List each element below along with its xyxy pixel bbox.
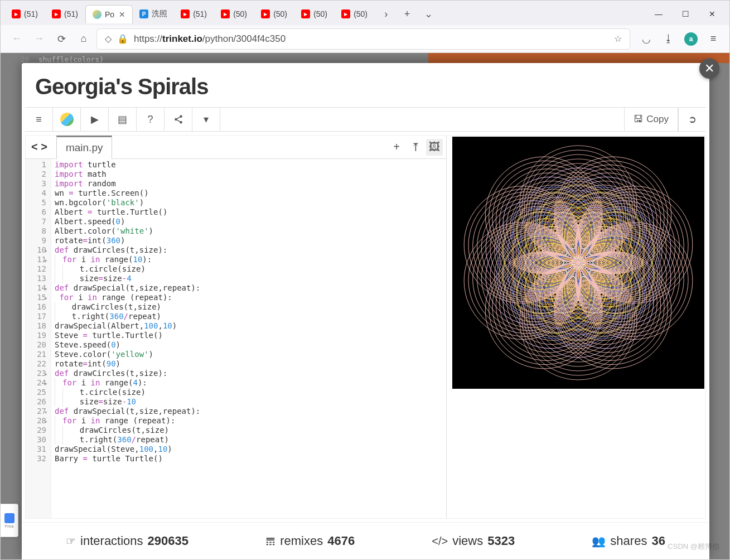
- code-line[interactable]: def drawCircles(t,size):: [55, 245, 443, 255]
- code-line[interactable]: drawSpecial(Albert,100,10): [55, 321, 443, 331]
- menu-button[interactable]: ≡: [25, 108, 53, 131]
- browser-tab[interactable]: ▶(51): [45, 5, 85, 23]
- line-number: 12: [27, 264, 46, 274]
- shield-icon: ◇: [105, 33, 112, 44]
- code-line[interactable]: import math: [55, 170, 443, 179]
- code-content[interactable]: import turtleimport mathimport randomwn …: [51, 159, 446, 518]
- tab-label: (51): [193, 9, 207, 18]
- line-gutter: 12345678910▾11▾121314▾15▾161718192021222…: [26, 159, 51, 518]
- image-library-button[interactable]: 🖼: [426, 139, 443, 156]
- code-line[interactable]: wn = turtle.Screen(): [55, 189, 443, 198]
- window-close-button[interactable]: ✕: [699, 5, 725, 23]
- bookmark-star-icon[interactable]: ☆: [614, 33, 622, 44]
- app-menu-button[interactable]: ≡: [704, 30, 723, 49]
- browser-tab[interactable]: ▶(50): [214, 5, 254, 23]
- browser-tab[interactable]: ▶(51): [174, 5, 214, 23]
- code-line[interactable]: Albert.color('white'): [55, 226, 443, 236]
- code-editor[interactable]: 12345678910▾11▾121314▾15▾161718192021222…: [26, 159, 446, 518]
- tab-close-icon[interactable]: ✕: [119, 10, 125, 19]
- line-number: 14▾: [27, 283, 46, 293]
- pocket-icon[interactable]: ◡: [637, 30, 656, 49]
- code-line[interactable]: Albert.speed(0): [55, 217, 443, 226]
- line-number: 3: [27, 179, 46, 189]
- watermark-text: CSDN @赖博伯: [668, 542, 719, 552]
- code-line[interactable]: for i in range (repeat):: [55, 416, 443, 426]
- code-line[interactable]: size=size-4: [55, 274, 443, 283]
- code-line[interactable]: for i in range(4):: [55, 378, 443, 388]
- line-number: 24▾: [27, 378, 46, 388]
- nav-toolbar: ← → ⟳ ⌂ ◇ 🔒 https://trinket.io/python/30…: [1, 25, 729, 53]
- code-line[interactable]: import random: [55, 179, 443, 189]
- code-icon: </>: [432, 535, 448, 548]
- code-line[interactable]: drawSpecial(Steve,100,10): [55, 445, 443, 454]
- code-line[interactable]: def drawCircles(t,size):: [55, 369, 443, 378]
- line-number: 4: [27, 189, 46, 198]
- trinket-modal: ✕ Georgia's Spirals ≡ ▶ ▤ ? ▾ 🖫 Copy ➲: [22, 63, 709, 559]
- share-button[interactable]: [165, 108, 192, 131]
- address-bar[interactable]: ◇ 🔒 https://trinket.io/python/3004f4c350…: [96, 28, 630, 50]
- instructions-button[interactable]: ▤: [109, 108, 137, 131]
- code-line[interactable]: def drawSpecial(t,size,repeat):: [55, 283, 443, 293]
- home-button[interactable]: ⌂: [74, 30, 93, 49]
- run-button[interactable]: ▶: [81, 108, 109, 131]
- code-line[interactable]: t.right(360/repeat): [55, 435, 443, 445]
- line-number: 23▾: [27, 369, 46, 378]
- login-button[interactable]: ➲: [678, 108, 706, 131]
- line-number: 16: [27, 302, 46, 312]
- window-minimize-button[interactable]: —: [646, 5, 671, 23]
- forward-button[interactable]: →: [30, 30, 49, 49]
- browser-tab[interactable]: ▶(50): [335, 5, 375, 23]
- downloads-icon[interactable]: ⭳: [659, 30, 678, 49]
- tab-list-button[interactable]: ⌄: [419, 6, 437, 22]
- code-line[interactable]: wn.bgcolor('black'): [55, 198, 443, 207]
- code-line[interactable]: t.circle(size): [55, 388, 443, 397]
- line-number: 32: [27, 454, 46, 464]
- line-number: 8: [27, 226, 46, 236]
- code-line[interactable]: for i in range (repeat):: [55, 293, 443, 302]
- upload-file-button[interactable]: ⤒: [407, 139, 424, 156]
- code-line[interactable]: Barry = turtle Turtle(): [55, 454, 443, 464]
- line-number: 7: [27, 217, 46, 226]
- browser-tab[interactable]: ▶(51): [5, 5, 45, 23]
- tab-nav-arrows[interactable]: < >: [29, 141, 50, 153]
- code-line[interactable]: t.right(360/repeat): [55, 312, 443, 321]
- window-maximize-button[interactable]: ☐: [673, 5, 698, 23]
- new-tab-button[interactable]: +: [398, 6, 416, 22]
- copy-button[interactable]: 🖫 Copy: [624, 108, 678, 131]
- recaptcha-icon: [4, 513, 14, 523]
- browser-tab[interactable]: ▶(50): [254, 5, 294, 23]
- fork-icon: 𝌎: [265, 534, 275, 548]
- add-file-button[interactable]: +: [388, 139, 405, 156]
- reload-button[interactable]: ⟳: [52, 30, 71, 49]
- code-line[interactable]: import turtle: [55, 160, 443, 170]
- code-line[interactable]: def drawSpecial(t,size,repeat):: [55, 407, 443, 416]
- code-line[interactable]: for i in range(10):: [55, 255, 443, 264]
- code-line[interactable]: Steve.speed(0): [55, 340, 443, 350]
- recaptcha-badge[interactable]: Priva: [1, 504, 18, 537]
- code-line[interactable]: Steve.color('yellow'): [55, 350, 443, 359]
- browser-tab[interactable]: P洗照: [133, 4, 174, 23]
- share-icon: [173, 114, 183, 124]
- account-avatar[interactable]: a: [681, 30, 700, 49]
- code-line[interactable]: rotate=int(360): [55, 236, 443, 245]
- back-button[interactable]: ←: [7, 30, 26, 49]
- file-tab-main[interactable]: main.py: [56, 136, 113, 160]
- code-line[interactable]: Steve = turtle.Turtle(): [55, 331, 443, 340]
- modal-close-button[interactable]: ✕: [699, 59, 719, 79]
- browser-tab[interactable]: Po✕: [85, 5, 133, 23]
- code-line[interactable]: t.circle(size): [55, 264, 443, 274]
- code-line[interactable]: drawCircles(t,size): [55, 426, 443, 435]
- code-line[interactable]: drawCircles(t,size): [55, 302, 443, 312]
- tab-label: (50): [354, 9, 368, 18]
- trinket-logo-button[interactable]: [53, 108, 81, 131]
- editor-pane: < > main.py + ⤒ 🖼 12345678910▾11▾121314▾…: [26, 136, 447, 518]
- help-button[interactable]: ?: [137, 108, 165, 131]
- stats-bar: ☞ interactions 290635 𝌎 remixes 4676 </>…: [22, 522, 709, 559]
- tab-overflow-button[interactable]: ›: [377, 6, 395, 22]
- more-button[interactable]: ▾: [192, 108, 220, 131]
- code-line[interactable]: size=size-10: [55, 397, 443, 407]
- code-line[interactable]: rotate=int(90): [55, 359, 443, 369]
- tab-label: (51): [64, 9, 78, 18]
- browser-tab[interactable]: ▶(50): [294, 5, 335, 23]
- code-line[interactable]: Albert = turtle.Turtle(): [55, 207, 443, 217]
